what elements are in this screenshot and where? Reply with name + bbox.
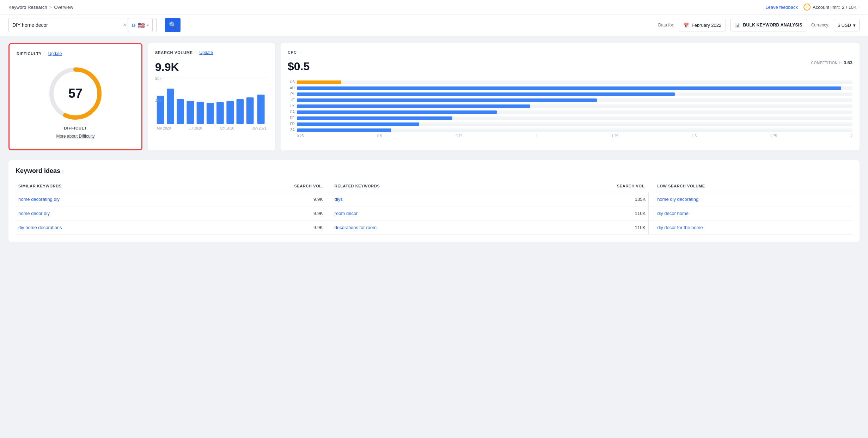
hbar-label-6: 1.5 (692, 134, 697, 138)
related-kw-1[interactable]: diys (332, 192, 521, 206)
chevron-down-icon: ▾ (147, 23, 149, 27)
svg-rect-6 (167, 89, 174, 124)
breadcrumb: Keyword Research > Overview (8, 5, 73, 10)
competition-label: COMPETITION (811, 61, 838, 65)
search-volume-title: SEARCH VOLUME (155, 50, 193, 55)
related-keywords-col-header: RELATED KEYWORDS (332, 180, 521, 192)
related-vol-3: 110K (521, 221, 649, 235)
account-limit-info[interactable]: i (859, 5, 860, 9)
hbar-label-5: 1.25 (611, 134, 618, 138)
svg-rect-9 (197, 102, 204, 124)
search-input[interactable] (12, 22, 122, 28)
search-volume-value: 9.9K (155, 61, 268, 74)
similar-kw-1[interactable]: home decorating diy (16, 192, 198, 206)
cpc-country-chart: US AU PL (288, 80, 852, 138)
hbar-label-2: 0.5 (377, 134, 382, 138)
table-row: diy home decorations 9.9K decorations fo… (16, 221, 852, 235)
date-label: February 2022 (692, 23, 722, 28)
low-vol-kw-3[interactable]: diy decor for the home (654, 221, 852, 235)
related-vol-1: 135K (521, 192, 649, 206)
bar-chart-x-labels: Apr 2020 Jul 2020 Oct 2020 Jan 2021 (155, 126, 268, 130)
date-picker-button[interactable]: 📅 February 2022 (679, 19, 726, 31)
search-volume-update-link[interactable]: Update (199, 50, 213, 55)
bulk-icon: 📊 (735, 23, 740, 28)
breadcrumb-parent[interactable]: Keyword Research (8, 5, 47, 10)
hbar-x-labels: 0.25 0.5 0.75 1 1.25 1.5 1.75 2 (288, 134, 852, 138)
account-limit-value: 2 / 10K (842, 5, 856, 10)
breadcrumb-separator: > (49, 5, 52, 10)
country-ie: IE (288, 98, 295, 102)
similar-kw-2[interactable]: home decor diy (16, 206, 198, 221)
search-button[interactable]: 🔍 (165, 18, 181, 32)
similar-search-vol-col-header: SEARCH VOL. (198, 180, 326, 192)
search-clear-button[interactable]: × (122, 22, 128, 28)
country-pl: PL (288, 92, 295, 96)
difficulty-value: 57 (68, 86, 82, 101)
difficulty-title: DIFFICULTY (17, 52, 42, 56)
low-volume-col-header: LOW SEARCH VOLUME (654, 180, 852, 192)
currency-chevron-icon: ▾ (853, 23, 856, 28)
search-volume-info-icon[interactable]: i (196, 50, 196, 55)
similar-kw-3[interactable]: diy home decorations (16, 221, 198, 235)
country-fr: FR (288, 122, 295, 126)
svg-rect-7 (177, 99, 184, 124)
svg-rect-10 (207, 103, 214, 124)
currency-label: Currency: (811, 23, 830, 28)
bulk-keyword-analysis-button[interactable]: 📊 BULK KEYWORD ANALYSIS (730, 19, 807, 31)
difficulty-donut-wrap: 57 DIFFICULT More about Difficulty (17, 62, 134, 142)
svg-rect-5 (157, 96, 164, 124)
data-for-label: Data for: (658, 23, 674, 28)
svg-rect-13 (237, 99, 244, 124)
leave-feedback-link[interactable]: Leave feedback (765, 5, 798, 10)
account-limit-label: Account limit: (813, 5, 840, 10)
country-au: AU (288, 86, 295, 90)
bulk-label: BULK KEYWORD ANALYSIS (743, 23, 802, 28)
breadcrumb-current: Overview (54, 5, 73, 10)
search-volume-card: SEARCH VOLUME i Update 9.9K (148, 43, 275, 150)
hbar-label-7: 1.75 (770, 134, 777, 138)
keyword-ideas-table: SIMILAR KEYWORDS SEARCH VOL. RELATED KEY… (16, 180, 852, 235)
svg-rect-8 (187, 101, 194, 124)
svg-rect-15 (257, 95, 265, 124)
related-kw-2[interactable]: room decor (332, 206, 521, 221)
x-label-4: Jan 2021 (252, 126, 267, 130)
search-icon: 🔍 (169, 21, 177, 29)
table-row: home decor diy 9.9K room decor 110K diy … (16, 206, 852, 221)
competition-info-icon[interactable]: i (839, 61, 839, 65)
country-lk: LK (288, 104, 295, 108)
account-limit: ⏱ Account limit: 2 / 10K i (803, 4, 860, 11)
hbar-label-4: 1 (536, 134, 538, 138)
x-label-3: Oct 2020 (220, 126, 234, 130)
keyword-ideas-title: Keyword ideas (16, 167, 60, 175)
search-engine-selector[interactable]: G 🇺🇸 ▾ (128, 18, 153, 32)
difficulty-category-label: DIFFICULT (64, 126, 87, 130)
cpc-value: $0.5 (288, 60, 310, 73)
svg-rect-11 (216, 102, 224, 124)
difficulty-update-link[interactable]: Update (48, 51, 62, 56)
keyword-ideas-info-icon[interactable]: i (62, 169, 63, 173)
low-vol-kw-2[interactable]: diy decor home (654, 206, 852, 221)
google-icon: G (132, 22, 136, 28)
related-vol-2: 110K (521, 206, 649, 221)
more-about-difficulty-link[interactable]: More about Difficulty (56, 134, 94, 139)
low-vol-kw-1[interactable]: home diy decorating (654, 192, 852, 206)
difficulty-info-icon[interactable]: i (44, 52, 45, 56)
country-za: ZA (288, 128, 295, 132)
keyword-ideas-section: Keyword ideas i SIMILAR KEYWORDS SEARCH … (8, 160, 860, 242)
difficulty-card: DIFFICULTY i Update 57 DIFFICULT More ab… (8, 43, 142, 150)
similar-vol-3: 9.9K (198, 221, 326, 235)
hbar-label-1: 0.25 (297, 134, 304, 138)
x-label-1: Apr 2020 (157, 126, 171, 130)
flag-icon: 🇺🇸 (138, 22, 145, 29)
currency-selector[interactable]: $ USD ▾ (834, 19, 860, 31)
related-kw-3[interactable]: decorations for room (332, 221, 521, 235)
svg-rect-14 (246, 97, 254, 124)
calendar-icon: 📅 (683, 23, 689, 28)
country-us: US (288, 80, 295, 84)
cpc-info-icon[interactable]: i (300, 50, 300, 54)
cpc-title: CPC (288, 50, 297, 54)
hbar-label-8: 2 (850, 134, 852, 138)
svg-rect-12 (226, 101, 234, 124)
competition-value: 0.63 (844, 60, 852, 65)
hbar-label-3: 0.75 (456, 134, 462, 138)
